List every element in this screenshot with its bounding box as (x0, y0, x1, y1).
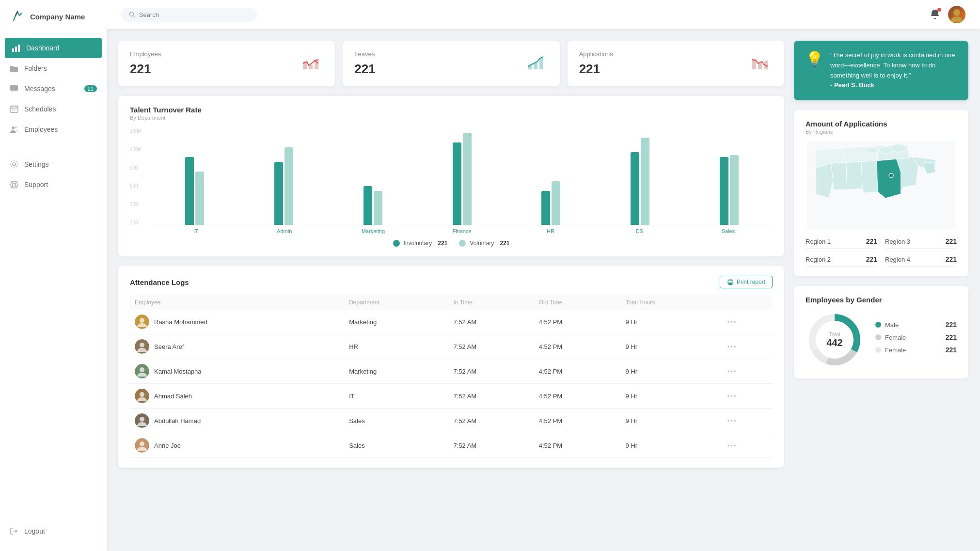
chart-bar-icon (12, 44, 20, 52)
sidebar-support-label: Support (24, 181, 48, 189)
employee-intime: 7:52 AM (449, 384, 534, 409)
donut-chart: Total 442 (806, 311, 864, 369)
sidebar-nav: Dashboard Folders Messages 21 (0, 33, 107, 516)
sidebar-messages-label: Messages (24, 85, 55, 93)
sidebar-item-support[interactable]: Support (0, 174, 107, 195)
search-box[interactable] (121, 8, 257, 22)
bar-ds-voluntary (641, 138, 649, 225)
gender-title: Employees by Gender (806, 296, 957, 304)
support-icon (10, 180, 18, 189)
row-actions-button[interactable]: ••• (727, 318, 737, 326)
sidebar-item-settings[interactable]: Settings (0, 154, 107, 174)
region-1-row: Region 1 221 (806, 235, 877, 249)
chart-subtitle: By Department (130, 115, 773, 121)
avatar-image (135, 438, 149, 453)
applications-chart-icon (750, 53, 772, 74)
y-label-600: 600 (130, 183, 141, 189)
sidebar-logout-label: Logout (24, 527, 45, 535)
gender-card: Employees by Gender Total (794, 286, 968, 378)
y-label-1000: 1000 (130, 147, 141, 152)
sidebar-item-schedules[interactable]: Schedules (0, 99, 107, 119)
svg-point-35 (140, 318, 144, 323)
employee-department: Sales (344, 433, 448, 458)
region-3-row: Region 3 221 (885, 235, 957, 249)
bar-sales-involuntary (720, 157, 728, 225)
gender-male-row: Male 221 (875, 321, 957, 329)
x-label-finance: Finance (417, 228, 506, 234)
employee-department: IT (344, 384, 448, 409)
map-svg (806, 142, 957, 229)
svg-point-49 (867, 148, 878, 153)
stat-employees-icon (300, 52, 323, 75)
region-1-value: 221 (866, 237, 877, 245)
x-labels: IT Admin Marketing Finance HR DS Sales (151, 225, 773, 234)
map-title: Amount of Applications (806, 120, 957, 128)
sidebar-dashboard-label: Dashboard (26, 44, 60, 52)
y-label-1300: 1300 (130, 128, 141, 134)
gender-male-label: Male (885, 321, 942, 329)
map-card: Amount of Applications By Regions (794, 110, 968, 276)
sidebar-item-logout[interactable]: Logout (0, 521, 107, 541)
employee-cell: Abdullah Hamad (135, 413, 339, 428)
region-2-value: 221 (866, 255, 877, 263)
folder-icon (10, 64, 18, 73)
region-2-row: Region 2 221 (806, 252, 877, 267)
logo-icon (10, 9, 25, 24)
x-label-ds: DS (595, 228, 684, 234)
row-actions-button[interactable]: ••• (727, 442, 737, 449)
row-actions-button[interactable]: ••• (727, 393, 737, 400)
employee-name: Abdullah Hamad (154, 417, 201, 425)
region-stats: Region 1 221 Region 3 221 Region 2 221 (806, 235, 957, 267)
employee-cell: Kamal Mostapha (135, 364, 339, 378)
col-actions (723, 295, 773, 310)
attendance-card: Attendance Logs Print report (118, 266, 784, 468)
bar-it-involuntary (185, 157, 194, 225)
talent-turnover-chart: Talent Turnover Rate By Department 100 3… (118, 96, 784, 256)
user-avatar[interactable] (948, 6, 965, 23)
table-row: Anne Joe Sales 7:52 AM 4:52 PM 9 Hr ••• (130, 433, 773, 458)
employee-intime: 7:52 AM (449, 433, 534, 458)
users-icon (10, 125, 18, 134)
notification-button[interactable] (930, 9, 940, 21)
employee-name: Rasha Mohammed (154, 318, 207, 326)
bar-group-hr (507, 128, 595, 225)
search-input[interactable] (139, 11, 249, 18)
legend-voluntary-dot (459, 240, 466, 247)
col-department: Department (344, 295, 448, 310)
sidebar-item-folders[interactable]: Folders (0, 58, 107, 79)
employee-cell: Ahmad Saleh (135, 389, 339, 403)
chart-area: 100 300 600 900 1000 1300 (130, 128, 773, 234)
employee-avatar (135, 315, 149, 329)
main-content: Employees 221 (107, 0, 980, 551)
gender-female1-value: 221 (946, 333, 957, 341)
stat-applications-label: Applications (579, 50, 613, 58)
gender-legend: Male 221 Female 221 Female (875, 321, 957, 359)
donut-center: Total 442 (826, 331, 842, 348)
employee-outtime: 4:52 PM (534, 433, 621, 458)
stat-card-applications-info: Applications 221 (579, 50, 613, 77)
row-actions-button[interactable]: ••• (727, 368, 737, 375)
x-label-marketing: Marketing (329, 228, 417, 234)
sidebar-item-employees[interactable]: Employees (0, 119, 107, 140)
print-report-button[interactable]: Print report (720, 276, 773, 288)
bar-group-it (151, 128, 238, 225)
stat-card-leaves-info: Leaves 221 (354, 50, 375, 77)
svg-point-43 (140, 417, 144, 422)
gear-icon (10, 160, 18, 169)
sidebar-item-messages[interactable]: Messages 21 (0, 79, 107, 99)
row-actions-button[interactable]: ••• (727, 417, 737, 425)
legend-involuntary-value: 221 (438, 240, 447, 247)
col-intime: In Time (449, 295, 534, 310)
attendance-table: Employee Department In Time Out Time Tot… (130, 295, 773, 458)
svg-point-45 (140, 441, 144, 446)
svg-point-11 (15, 126, 17, 128)
attendance-header: Attendance Logs Print report (130, 276, 773, 288)
bar-group-marketing (329, 128, 416, 225)
row-actions-button[interactable]: ••• (727, 343, 737, 350)
region-2-name: Region 2 (806, 256, 831, 263)
sidebar-item-dashboard[interactable]: Dashboard (5, 38, 102, 58)
quote-author: - Pearl S. Buck (830, 80, 957, 91)
region-4-value: 221 (946, 255, 957, 263)
svg-point-20 (129, 12, 133, 16)
employee-avatar (135, 364, 149, 378)
